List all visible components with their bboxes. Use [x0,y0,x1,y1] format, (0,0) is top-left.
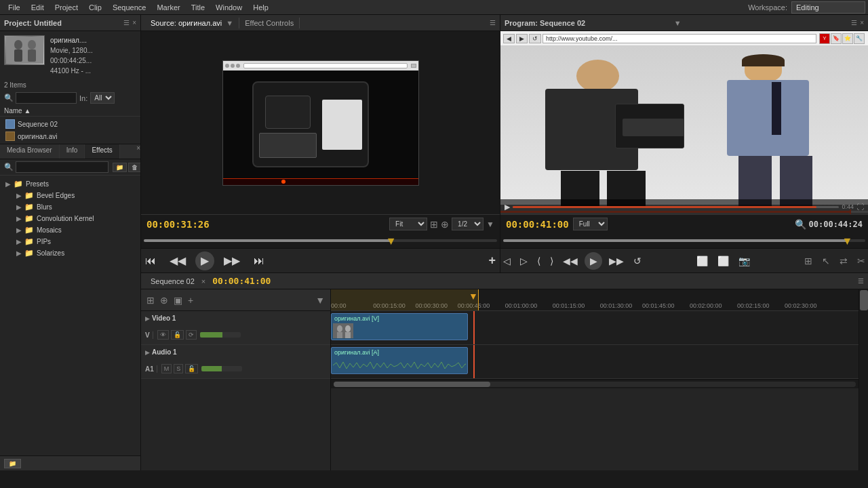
tab-effects[interactable]: Effects [85,144,119,159]
tree-mosaics[interactable]: ▶ 📁 Mosaics [0,224,140,236]
prog-go-out-btn[interactable]: ⟩ [547,254,556,268]
prog-camera-btn[interactable]: 📷 [736,254,753,268]
menu-project[interactable]: Project [50,2,83,13]
source-panel-menu-icon[interactable]: ☰ [490,19,496,26]
timeline-close-icon[interactable]: × [201,277,205,285]
browser-icon-3[interactable]: ⭐ [842,33,853,44]
menu-sequence[interactable]: Sequence [107,2,152,13]
browser-refresh-btn[interactable]: ↺ [529,34,541,43]
prog-ripple-btn[interactable]: ⇄ [837,254,850,268]
timeline-panel-menu-icon[interactable]: ☰ [858,277,864,285]
source-rewind-btn[interactable]: ◀◀ [165,253,190,268]
project-panel-close-icon[interactable]: × [132,19,136,26]
project-panel-menu-icon[interactable]: ☰ [123,19,130,26]
menu-clip[interactable]: Clip [83,2,107,13]
timeline-scroll-track[interactable] [334,382,856,387]
effects-new-bin-btn[interactable]: 📁 [113,163,127,172]
prog-tools-btn[interactable]: ⊞ [802,254,815,268]
prog-mark-in-btn[interactable]: ◁ [500,254,513,268]
tree-pips[interactable]: ▶ 📁 PIPs [0,236,140,247]
audio-track-mute-btn[interactable]: M [161,364,172,373]
browser-icon-4[interactable]: 🔧 [854,33,865,44]
tab-info[interactable]: Info [60,144,85,159]
menu-window[interactable]: Window [210,2,248,13]
source-play-btn[interactable]: ▶ [195,251,214,270]
tree-blurs[interactable]: ▶ 📁 Blurs [0,201,140,213]
program-progress-track[interactable]: ▼ [503,239,865,242]
program-progress-bar[interactable]: ▼ [500,233,868,248]
video-track-sync-btn[interactable]: ⟳ [186,330,197,340]
source-progress-track[interactable]: ▼ [144,239,497,242]
tl-settings-btn[interactable]: ▼ [314,293,326,307]
prog-arrow-tool-btn[interactable]: ↖ [819,254,833,268]
source-next-btn[interactable]: ⏭ [250,253,269,268]
menu-edit[interactable]: Edit [26,2,50,13]
browser-icon-2[interactable]: 🔖 [831,33,842,44]
tl-zoom-in-btn[interactable]: + [186,293,195,307]
menu-help[interactable]: Help [248,2,274,13]
audio-clip[interactable]: оригинал.avi [A] [331,347,468,374]
program-magnify-icon[interactable]: 🔍 [795,219,806,230]
program-timecode-display[interactable]: 00:00:41:00 [506,219,569,230]
timeline-scrollbar[interactable] [331,379,859,388]
video-track-lock-btn[interactable]: 🔓 [171,330,184,340]
audio-track-lock-btn[interactable]: 🔓 [185,364,198,373]
timeline-tab[interactable]: Sequence 02 [145,276,200,287]
source-settings-icon[interactable]: ▼ [486,220,494,229]
menu-title[interactable]: Title [186,2,210,13]
source-progress-bar[interactable]: ▼ [141,233,500,248]
source-forward-btn[interactable]: ▶▶ [220,253,244,268]
prog-go-in-btn[interactable]: ⟨ [534,254,543,268]
workspace-select[interactable]: Editing Effects Audio Color Correction [791,1,865,14]
effects-panel-close-icon[interactable]: × [136,144,140,159]
prog-video-fullscreen-btn[interactable]: ⛶ [856,203,864,211]
audio-track-toggle-icon[interactable]: ▶ [145,349,150,356]
browser-back-btn[interactable]: ◀ [503,34,515,43]
program-dropdown-icon[interactable]: ▼ [674,19,682,27]
video-clip[interactable]: оригинал.avi [V] [331,313,468,340]
project-search-input[interactable] [16,92,77,104]
browser-icon-1[interactable]: Y [819,33,830,44]
prog-forward-btn[interactable]: ▶▶ [606,254,627,268]
timeline-vertical-scroll[interactable] [859,289,868,470]
tl-marker-btn[interactable]: ▣ [172,293,184,307]
video-track-eye-btn[interactable]: 👁 [157,330,169,340]
source-ratio-select[interactable]: 1/2 Full 1/4 [452,218,484,230]
prog-razor-btn[interactable]: ✂ [854,254,868,268]
timeline-timecode-display[interactable]: 00:00:41:00 [212,276,271,286]
timeline-vscroll-thumb[interactable] [860,290,868,310]
source-crosshair-icon[interactable]: ⊕ [441,219,449,230]
prog-play-btn[interactable]: ▶ [585,252,602,270]
source-grid-icon[interactable]: ⊞ [430,219,438,230]
source-prev-btn[interactable]: ⏮ [141,253,160,268]
tree-convolution[interactable]: ▶ 📁 Convolution Kernel [0,213,140,224]
timeline-scroll-thumb[interactable] [334,382,490,387]
source-dropdown-icon[interactable]: ▼ [226,19,233,27]
prog-video-play-btn[interactable]: ▶ [505,203,510,211]
prog-overwrite-btn[interactable]: ⬜ [715,254,732,268]
source-timecode-display[interactable]: 00:00:31:26 [146,219,210,230]
tl-snap-btn[interactable]: ⊞ [145,293,156,307]
source-add-btn[interactable]: + [484,252,500,269]
project-item-avi[interactable]: оригинал.avi [0,130,140,142]
video-track-toggle-icon[interactable]: ▶ [145,315,150,322]
source-tab-source[interactable]: Source: оригинал.avi ▼ [145,18,239,28]
audio-track-solo-btn[interactable]: S [174,364,183,373]
tl-add-track-btn[interactable]: ⊕ [159,293,170,307]
tree-solarizes[interactable]: ▶ 📁 Solarizes [0,247,140,259]
effects-search-input[interactable] [16,161,108,173]
prog-rewind-btn[interactable]: ◀◀ [560,254,580,268]
prog-mark-out-btn[interactable]: ▷ [517,254,530,268]
tree-bevel[interactable]: ▶ 📁 Bevel Edges [0,190,140,201]
source-fit-select[interactable]: Fit 25% 50% 100% [389,218,427,230]
source-tab-effect-controls[interactable]: Effect Controls [239,18,300,28]
menu-file[interactable]: File [3,2,26,13]
program-fit-select[interactable]: Full Fit 50% [573,218,608,230]
in-select[interactable]: All [90,92,115,104]
tree-presets[interactable]: ▶ 📁 Presets [0,178,140,190]
program-panel-close-icon[interactable]: × [860,19,864,26]
menu-marker[interactable]: Marker [151,2,185,13]
tab-media-browser[interactable]: Media Browser [0,144,60,159]
prog-insert-btn[interactable]: ⬜ [694,254,711,268]
prog-loop-btn[interactable]: ↺ [631,254,644,268]
